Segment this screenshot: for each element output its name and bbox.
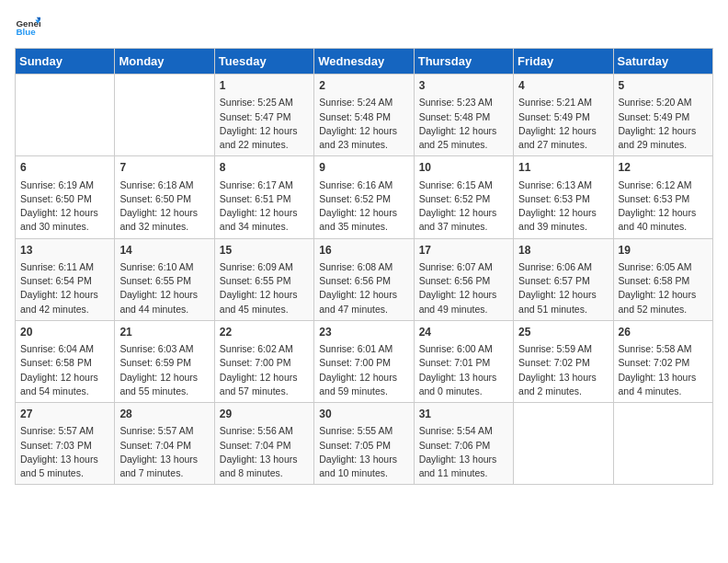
day-info: and 5 minutes. — [20, 466, 109, 480]
day-info: Daylight: 13 hours — [419, 371, 508, 385]
calendar-cell: 14Sunrise: 6:10 AMSunset: 6:55 PMDayligh… — [115, 238, 214, 320]
day-info: and 30 minutes. — [20, 220, 109, 234]
calendar-cell: 11Sunrise: 6:13 AMSunset: 6:53 PMDayligh… — [514, 156, 613, 238]
calendar-cell: 25Sunrise: 5:59 AMSunset: 7:02 PMDayligh… — [514, 320, 613, 402]
day-info: and 29 minutes. — [619, 138, 708, 152]
day-info: Sunrise: 5:20 AM — [619, 96, 708, 109]
day-info: Sunrise: 6:16 AM — [319, 178, 408, 192]
day-info: and 27 minutes. — [518, 138, 608, 152]
day-info: Sunset: 6:52 PM — [419, 192, 508, 206]
day-info: Sunset: 7:00 PM — [319, 356, 408, 370]
day-number: 24 — [419, 325, 508, 340]
calendar-cell: 17Sunrise: 6:07 AMSunset: 6:56 PMDayligh… — [414, 238, 513, 320]
day-number: 31 — [419, 407, 508, 422]
day-info: Sunset: 6:57 PM — [518, 274, 608, 288]
calendar-cell: 28Sunrise: 5:57 AMSunset: 7:04 PMDayligh… — [115, 403, 214, 485]
day-info: Sunrise: 6:05 AM — [619, 260, 708, 274]
day-info: Daylight: 12 hours — [20, 206, 109, 220]
day-info: Sunrise: 5:57 AM — [20, 424, 109, 438]
day-info: Sunset: 7:01 PM — [419, 356, 508, 370]
day-info: Daylight: 12 hours — [220, 288, 309, 302]
day-info: Sunset: 5:48 PM — [319, 110, 408, 124]
day-info: Sunset: 6:51 PM — [220, 192, 309, 206]
calendar-cell: 18Sunrise: 6:06 AMSunset: 6:57 PMDayligh… — [514, 238, 613, 320]
day-info: Sunrise: 6:19 AM — [20, 178, 109, 192]
day-info: Sunset: 6:55 PM — [119, 274, 209, 288]
calendar-cell: 1Sunrise: 5:25 AMSunset: 5:47 PMDaylight… — [214, 75, 313, 156]
day-number: 28 — [119, 407, 209, 422]
day-number: 7 — [119, 160, 209, 176]
calendar-cell — [613, 403, 712, 485]
day-info: Daylight: 12 hours — [119, 288, 209, 302]
day-info: Sunset: 7:02 PM — [619, 356, 708, 370]
calendar-cell: 16Sunrise: 6:08 AMSunset: 6:56 PMDayligh… — [314, 238, 414, 320]
calendar-header-row: SundayMondayTuesdayWednesdayThursdayFrid… — [16, 49, 713, 75]
day-info: Daylight: 12 hours — [518, 124, 608, 138]
day-info: Daylight: 12 hours — [119, 371, 209, 385]
day-number: 10 — [419, 160, 508, 176]
day-number: 17 — [419, 243, 508, 259]
day-info: Daylight: 12 hours — [619, 206, 708, 220]
day-info: and 23 minutes. — [319, 138, 408, 152]
day-info: and 45 minutes. — [220, 303, 309, 316]
day-info: Daylight: 13 hours — [20, 453, 109, 466]
day-info: Daylight: 13 hours — [518, 371, 608, 385]
calendar-cell — [115, 75, 214, 156]
day-info: Sunrise: 5:24 AM — [319, 96, 408, 109]
day-info: Sunset: 6:58 PM — [20, 356, 109, 370]
day-info: Daylight: 12 hours — [319, 124, 408, 138]
calendar-cell: 8Sunrise: 6:17 AMSunset: 6:51 PMDaylight… — [214, 156, 313, 238]
calendar-cell: 3Sunrise: 5:23 AMSunset: 5:48 PMDaylight… — [414, 75, 513, 156]
day-info: Sunrise: 5:21 AM — [518, 96, 608, 109]
day-info: and 52 minutes. — [619, 303, 708, 316]
day-number: 1 — [220, 78, 309, 94]
day-info: and 22 minutes. — [220, 138, 309, 152]
calendar-cell — [16, 75, 115, 156]
day-info: and 42 minutes. — [20, 303, 109, 316]
day-number: 25 — [518, 325, 608, 340]
calendar-table: SundayMondayTuesdayWednesdayThursdayFrid… — [15, 48, 713, 485]
day-info: and 0 minutes. — [419, 385, 508, 398]
day-info: Sunrise: 5:55 AM — [319, 424, 408, 438]
day-info: Sunrise: 5:56 AM — [220, 424, 309, 438]
day-info: Sunset: 5:49 PM — [518, 110, 608, 124]
calendar-week-row: 27Sunrise: 5:57 AMSunset: 7:03 PMDayligh… — [16, 403, 713, 485]
day-number: 26 — [619, 325, 708, 340]
day-info: Sunrise: 6:13 AM — [518, 178, 608, 192]
day-number: 30 — [319, 407, 408, 422]
day-info: Daylight: 13 hours — [220, 453, 309, 466]
day-info: Sunrise: 6:06 AM — [518, 260, 608, 274]
calendar-cell: 29Sunrise: 5:56 AMSunset: 7:04 PMDayligh… — [214, 403, 313, 485]
calendar-cell: 10Sunrise: 6:15 AMSunset: 6:52 PMDayligh… — [414, 156, 513, 238]
calendar-cell — [514, 403, 613, 485]
calendar-cell: 15Sunrise: 6:09 AMSunset: 6:55 PMDayligh… — [214, 238, 313, 320]
day-info: Sunset: 6:52 PM — [319, 192, 408, 206]
day-info: Sunrise: 6:08 AM — [319, 260, 408, 274]
calendar-cell: 31Sunrise: 5:54 AMSunset: 7:06 PMDayligh… — [414, 403, 513, 485]
calendar-cell: 5Sunrise: 5:20 AMSunset: 5:49 PMDaylight… — [613, 75, 712, 156]
day-info: Sunset: 6:55 PM — [220, 274, 309, 288]
calendar-cell: 2Sunrise: 5:24 AMSunset: 5:48 PMDaylight… — [314, 75, 414, 156]
calendar-week-row: 20Sunrise: 6:04 AMSunset: 6:58 PMDayligh… — [16, 320, 713, 402]
day-number: 22 — [220, 325, 309, 340]
day-number: 4 — [518, 78, 608, 94]
calendar-cell: 21Sunrise: 6:03 AMSunset: 6:59 PMDayligh… — [115, 320, 214, 402]
day-info: and 37 minutes. — [419, 220, 508, 234]
calendar-week-row: 13Sunrise: 6:11 AMSunset: 6:54 PMDayligh… — [16, 238, 713, 320]
day-info: Sunset: 6:59 PM — [119, 356, 209, 370]
day-info: Sunrise: 6:00 AM — [419, 342, 508, 356]
day-info: Sunset: 7:05 PM — [319, 439, 408, 453]
calendar-cell: 24Sunrise: 6:00 AMSunset: 7:01 PMDayligh… — [414, 320, 513, 402]
day-number: 18 — [518, 243, 608, 259]
calendar-week-row: 1Sunrise: 5:25 AMSunset: 5:47 PMDaylight… — [16, 75, 713, 156]
day-info: and 10 minutes. — [319, 466, 408, 480]
day-info: Daylight: 13 hours — [319, 453, 408, 466]
day-header: Friday — [514, 49, 613, 75]
day-header: Thursday — [414, 49, 513, 75]
calendar-cell: 27Sunrise: 5:57 AMSunset: 7:03 PMDayligh… — [16, 403, 115, 485]
day-header: Tuesday — [214, 49, 313, 75]
day-info: Sunrise: 6:09 AM — [220, 260, 309, 274]
day-info: and 59 minutes. — [319, 385, 408, 398]
day-info: Sunrise: 6:15 AM — [419, 178, 508, 192]
svg-text:Blue: Blue — [16, 27, 36, 37]
